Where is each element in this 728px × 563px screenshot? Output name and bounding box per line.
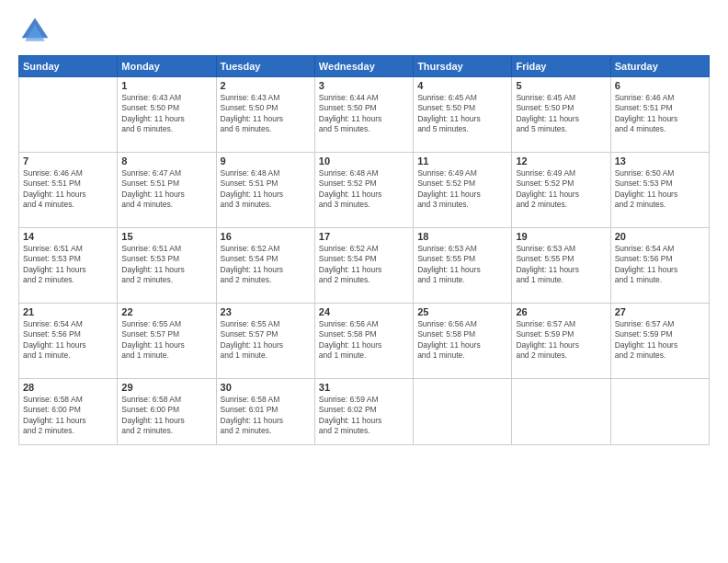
calendar-header-row: SundayMondayTuesdayWednesdayThursdayFrid… — [19, 56, 710, 77]
day-info: Sunrise: 6:48 AMSunset: 5:52 PMDaylight:… — [319, 168, 409, 211]
day-number: 14 — [23, 231, 113, 242]
calendar-cell — [19, 77, 118, 153]
day-info: Sunrise: 6:51 AMSunset: 5:53 PMDaylight:… — [23, 244, 113, 286]
day-number: 20 — [615, 231, 705, 242]
day-info: Sunrise: 6:59 AMSunset: 6:02 PMDaylight:… — [319, 395, 409, 437]
day-number: 5 — [516, 80, 606, 91]
day-info: Sunrise: 6:56 AMSunset: 5:58 PMDaylight:… — [417, 319, 507, 362]
day-number: 23 — [221, 306, 311, 317]
week-row-4: 21Sunrise: 6:54 AMSunset: 5:56 PMDayligh… — [19, 304, 710, 379]
calendar-cell: 29Sunrise: 6:58 AMSunset: 6:00 PMDayligh… — [118, 379, 216, 445]
week-row-2: 7Sunrise: 6:46 AMSunset: 5:51 PMDaylight… — [19, 153, 710, 228]
week-row-5: 28Sunrise: 6:58 AMSunset: 6:00 PMDayligh… — [19, 379, 710, 445]
day-header-tuesday: Tuesday — [216, 56, 314, 77]
calendar-cell: 31Sunrise: 6:59 AMSunset: 6:02 PMDayligh… — [314, 379, 413, 445]
day-info: Sunrise: 6:55 AMSunset: 5:57 PMDaylight:… — [221, 319, 311, 362]
calendar-cell: 4Sunrise: 6:45 AMSunset: 5:50 PMDaylight… — [414, 77, 512, 153]
calendar-cell: 16Sunrise: 6:52 AMSunset: 5:54 PMDayligh… — [216, 228, 314, 304]
calendar-cell: 25Sunrise: 6:56 AMSunset: 5:58 PMDayligh… — [414, 304, 512, 379]
day-info: Sunrise: 6:54 AMSunset: 5:56 PMDaylight:… — [23, 319, 113, 362]
day-header-thursday: Thursday — [414, 56, 512, 77]
day-number: 15 — [121, 231, 211, 242]
calendar-cell: 9Sunrise: 6:48 AMSunset: 5:51 PMDaylight… — [216, 153, 314, 228]
day-info: Sunrise: 6:54 AMSunset: 5:56 PMDaylight:… — [615, 244, 705, 286]
day-number: 2 — [221, 80, 311, 91]
day-number: 30 — [221, 382, 311, 393]
week-row-1: 1Sunrise: 6:43 AMSunset: 5:50 PMDaylight… — [19, 77, 710, 153]
day-number: 4 — [417, 80, 507, 91]
day-info: Sunrise: 6:46 AMSunset: 5:51 PMDaylight:… — [615, 93, 705, 135]
day-info: Sunrise: 6:53 AMSunset: 5:55 PMDaylight:… — [516, 244, 606, 286]
day-number: 26 — [516, 306, 606, 317]
calendar-cell: 18Sunrise: 6:53 AMSunset: 5:55 PMDayligh… — [414, 228, 512, 304]
day-info: Sunrise: 6:47 AMSunset: 5:51 PMDaylight:… — [121, 168, 211, 211]
day-info: Sunrise: 6:43 AMSunset: 5:50 PMDaylight:… — [221, 93, 311, 135]
day-number: 18 — [417, 231, 507, 242]
day-number: 8 — [121, 155, 211, 167]
day-number: 12 — [516, 155, 606, 167]
day-info: Sunrise: 6:57 AMSunset: 5:59 PMDaylight:… — [516, 319, 606, 362]
day-header-friday: Friday — [512, 56, 610, 77]
day-info: Sunrise: 6:45 AMSunset: 5:50 PMDaylight:… — [417, 93, 507, 135]
calendar-cell: 6Sunrise: 6:46 AMSunset: 5:51 PMDaylight… — [610, 77, 709, 153]
day-info: Sunrise: 6:43 AMSunset: 5:50 PMDaylight:… — [121, 93, 211, 135]
calendar-cell: 21Sunrise: 6:54 AMSunset: 5:56 PMDayligh… — [19, 304, 118, 379]
calendar-cell: 23Sunrise: 6:55 AMSunset: 5:57 PMDayligh… — [216, 304, 314, 379]
calendar-cell: 28Sunrise: 6:58 AMSunset: 6:00 PMDayligh… — [19, 379, 118, 445]
day-number: 31 — [319, 382, 409, 393]
day-header-saturday: Saturday — [610, 56, 709, 77]
week-row-3: 14Sunrise: 6:51 AMSunset: 5:53 PMDayligh… — [19, 228, 710, 304]
day-number: 16 — [221, 231, 311, 242]
day-number: 19 — [516, 231, 606, 242]
calendar-cell: 13Sunrise: 6:50 AMSunset: 5:53 PMDayligh… — [610, 153, 709, 228]
calendar-cell: 8Sunrise: 6:47 AMSunset: 5:51 PMDaylight… — [118, 153, 216, 228]
calendar-cell: 3Sunrise: 6:44 AMSunset: 5:50 PMDaylight… — [314, 77, 413, 153]
day-info: Sunrise: 6:53 AMSunset: 5:55 PMDaylight:… — [417, 244, 507, 286]
calendar-cell: 11Sunrise: 6:49 AMSunset: 5:52 PMDayligh… — [414, 153, 512, 228]
day-info: Sunrise: 6:55 AMSunset: 5:57 PMDaylight:… — [121, 319, 211, 362]
calendar-cell: 2Sunrise: 6:43 AMSunset: 5:50 PMDaylight… — [216, 77, 314, 153]
day-number: 22 — [121, 306, 211, 317]
calendar-cell: 12Sunrise: 6:49 AMSunset: 5:52 PMDayligh… — [512, 153, 610, 228]
day-info: Sunrise: 6:48 AMSunset: 5:51 PMDaylight:… — [221, 168, 311, 211]
day-info: Sunrise: 6:51 AMSunset: 5:53 PMDaylight:… — [121, 244, 211, 286]
logo-icon — [18, 15, 51, 48]
day-number: 1 — [121, 80, 211, 91]
day-info: Sunrise: 6:52 AMSunset: 5:54 PMDaylight:… — [221, 244, 311, 286]
day-number: 3 — [319, 80, 409, 91]
calendar-cell: 15Sunrise: 6:51 AMSunset: 5:53 PMDayligh… — [118, 228, 216, 304]
calendar-cell: 22Sunrise: 6:55 AMSunset: 5:57 PMDayligh… — [118, 304, 216, 379]
day-number: 9 — [221, 155, 311, 167]
day-info: Sunrise: 6:58 AMSunset: 6:00 PMDaylight:… — [23, 395, 113, 437]
day-number: 17 — [319, 231, 409, 242]
calendar-cell: 24Sunrise: 6:56 AMSunset: 5:58 PMDayligh… — [314, 304, 413, 379]
day-number: 27 — [615, 306, 705, 317]
day-info: Sunrise: 6:44 AMSunset: 5:50 PMDaylight:… — [319, 93, 409, 135]
day-number: 6 — [615, 80, 705, 91]
calendar-cell: 14Sunrise: 6:51 AMSunset: 5:53 PMDayligh… — [19, 228, 118, 304]
day-header-sunday: Sunday — [19, 56, 118, 77]
header — [18, 15, 710, 48]
day-info: Sunrise: 6:49 AMSunset: 5:52 PMDaylight:… — [417, 168, 507, 211]
page: SundayMondayTuesdayWednesdayThursdayFrid… — [0, 0, 728, 563]
day-number: 7 — [23, 155, 113, 167]
day-info: Sunrise: 6:46 AMSunset: 5:51 PMDaylight:… — [23, 168, 113, 211]
day-info: Sunrise: 6:45 AMSunset: 5:50 PMDaylight:… — [516, 93, 606, 135]
calendar-cell — [610, 379, 709, 445]
day-number: 24 — [319, 306, 409, 317]
calendar-cell: 5Sunrise: 6:45 AMSunset: 5:50 PMDaylight… — [512, 77, 610, 153]
day-number: 11 — [417, 155, 507, 167]
calendar-cell: 20Sunrise: 6:54 AMSunset: 5:56 PMDayligh… — [610, 228, 709, 304]
day-info: Sunrise: 6:58 AMSunset: 6:01 PMDaylight:… — [221, 395, 311, 437]
day-info: Sunrise: 6:57 AMSunset: 5:59 PMDaylight:… — [615, 319, 705, 362]
logo — [18, 15, 55, 48]
day-number: 10 — [319, 155, 409, 167]
calendar-cell — [512, 379, 610, 445]
day-info: Sunrise: 6:56 AMSunset: 5:58 PMDaylight:… — [319, 319, 409, 362]
day-header-wednesday: Wednesday — [314, 56, 413, 77]
calendar-cell: 30Sunrise: 6:58 AMSunset: 6:01 PMDayligh… — [216, 379, 314, 445]
day-number: 21 — [23, 306, 113, 317]
day-info: Sunrise: 6:58 AMSunset: 6:00 PMDaylight:… — [121, 395, 211, 437]
day-info: Sunrise: 6:50 AMSunset: 5:53 PMDaylight:… — [615, 168, 705, 211]
calendar-cell: 26Sunrise: 6:57 AMSunset: 5:59 PMDayligh… — [512, 304, 610, 379]
